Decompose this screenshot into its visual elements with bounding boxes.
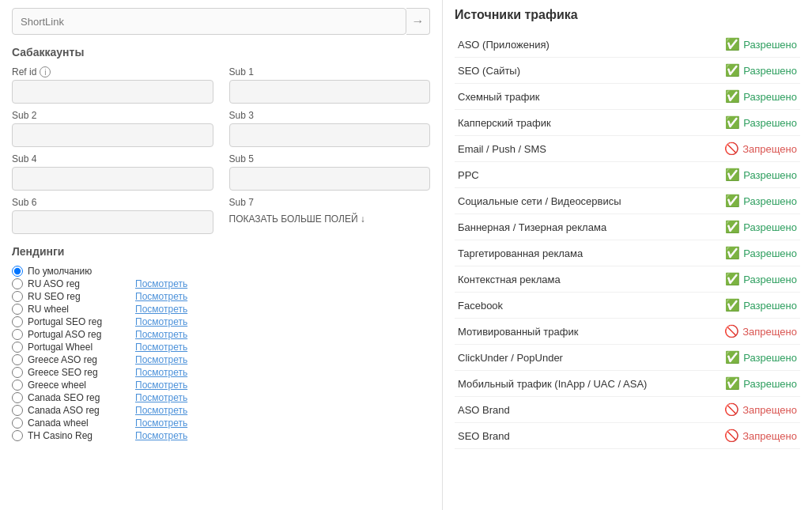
- traffic-source-status-3: ✅Разрешено: [701, 110, 800, 136]
- traffic-source-status-2: ✅Разрешено: [701, 84, 800, 110]
- landing-radio-4[interactable]: [12, 316, 23, 327]
- landing-view-link-8[interactable]: Посмотреть: [135, 367, 187, 378]
- landing-view-link-12[interactable]: Посмотреть: [135, 417, 187, 429]
- landing-radio-8[interactable]: [12, 367, 23, 378]
- subaccounts-section: Сабаккаунты Ref id i Sub 1: [12, 46, 430, 234]
- sub5-input[interactable]: [229, 167, 431, 191]
- traffic-source-status-11: 🚫Запрещено: [701, 319, 800, 345]
- sub4-input[interactable]: [12, 167, 213, 191]
- landing-radio-12[interactable]: [12, 417, 23, 429]
- shortlink-button[interactable]: →: [406, 8, 430, 35]
- landing-radio-7[interactable]: [12, 354, 23, 365]
- landing-name-10: Canada SEO reg: [28, 392, 130, 403]
- sub2-input[interactable]: [12, 123, 213, 147]
- landing-name-7: Greece ASO reg: [28, 354, 130, 365]
- list-item: Portugal SEO regПосмотреть: [12, 316, 430, 327]
- landing-view-link-13[interactable]: Посмотреть: [135, 430, 187, 441]
- field-ref-id: Ref id i: [12, 66, 213, 104]
- landing-view-link-1[interactable]: Посмотреть: [135, 278, 187, 289]
- allowed-icon: ✅: [725, 350, 740, 365]
- landing-view-link-7[interactable]: Посмотреть: [135, 354, 187, 365]
- allowed-icon: ✅: [725, 246, 740, 260]
- ref-id-label: Ref id: [12, 66, 36, 77]
- traffic-source-name-8: Таргетированная реклама: [455, 240, 701, 266]
- status-label: Разрешено: [743, 91, 797, 103]
- shortlink-input[interactable]: [12, 8, 406, 35]
- sub3-input[interactable]: [229, 123, 431, 147]
- forbidden-icon: 🚫: [724, 324, 739, 338]
- landing-view-link-2[interactable]: Посмотреть: [135, 291, 187, 302]
- landing-view-link-10[interactable]: Посмотреть: [135, 392, 187, 403]
- allowed-icon: ✅: [725, 220, 740, 234]
- traffic-source-name-12: ClickUnder / PopUnder: [455, 345, 701, 371]
- landing-radio-0[interactable]: [12, 266, 23, 277]
- landing-radio-13[interactable]: [12, 430, 23, 441]
- landing-name-2: RU SEO reg: [28, 291, 130, 302]
- show-more-link[interactable]: ПОКАЗАТЬ БОЛЬШЕ ПОЛЕЙ ↓: [229, 213, 431, 225]
- landing-name-8: Greece SEO reg: [28, 367, 130, 378]
- landing-radio-9[interactable]: [12, 380, 23, 391]
- landing-radio-11[interactable]: [12, 405, 23, 416]
- status-label: Разрешено: [743, 195, 797, 207]
- status-label: Разрешено: [743, 300, 797, 312]
- list-item: Greece ASO regПосмотреть: [12, 354, 430, 365]
- landing-radio-3[interactable]: [12, 304, 23, 315]
- allowed-icon: ✅: [725, 37, 740, 51]
- sub1-label: Sub 1: [229, 66, 254, 77]
- status-label: Разрешено: [743, 65, 797, 77]
- sub6-input[interactable]: [12, 210, 213, 234]
- table-row: SEO Brand🚫Запрещено: [455, 423, 800, 449]
- landing-view-link-6[interactable]: Посмотреть: [135, 342, 187, 353]
- landing-view-link-11[interactable]: Посмотреть: [135, 405, 187, 416]
- traffic-source-status-13: ✅Разрешено: [701, 371, 800, 397]
- subaccounts-grid: Ref id i Sub 1 Sub 2: [12, 66, 430, 234]
- traffic-source-name-5: PPC: [455, 162, 701, 188]
- traffic-source-status-5: ✅Разрешено: [701, 162, 800, 188]
- table-row: ClickUnder / PopUnder✅Разрешено: [455, 345, 800, 371]
- landing-radio-6[interactable]: [12, 342, 23, 353]
- status-label: Запрещено: [742, 143, 797, 155]
- field-sub4: Sub 4: [12, 153, 213, 191]
- list-item: RU ASO regПосмотреть: [12, 278, 430, 289]
- landing-view-link-5[interactable]: Посмотреть: [135, 329, 187, 340]
- landing-name-12: Canada wheel: [28, 417, 130, 429]
- allowed-icon: ✅: [725, 272, 740, 286]
- sub3-label: Sub 3: [229, 110, 254, 121]
- traffic-source-name-2: Схемный трафик: [455, 84, 701, 110]
- shortlink-row: →: [12, 8, 430, 35]
- traffic-source-name-10: Facebook: [455, 293, 701, 319]
- status-label: Запрещено: [742, 430, 797, 442]
- landing-radio-1[interactable]: [12, 278, 23, 289]
- table-row: Email / Push / SMS🚫Запрещено: [455, 136, 800, 162]
- landing-radio-5[interactable]: [12, 329, 23, 340]
- allowed-icon: ✅: [725, 115, 740, 130]
- traffic-sources-title: Источники трафика: [455, 8, 800, 22]
- traffic-source-status-15: 🚫Запрещено: [701, 423, 800, 449]
- ref-id-info-icon[interactable]: i: [40, 66, 51, 77]
- landing-radio-10[interactable]: [12, 392, 23, 403]
- list-item: Portugal ASO regПосмотреть: [12, 329, 430, 340]
- table-row: ASO Brand🚫Запрещено: [455, 397, 800, 423]
- traffic-source-name-14: ASO Brand: [455, 397, 701, 423]
- list-item: Portugal WheelПосмотреть: [12, 342, 430, 353]
- landing-name-3: RU wheel: [28, 304, 130, 315]
- traffic-source-status-12: ✅Разрешено: [701, 345, 800, 371]
- forbidden-icon: 🚫: [724, 429, 739, 443]
- landing-radio-2[interactable]: [12, 291, 23, 302]
- landing-view-link-9[interactable]: Посмотреть: [135, 380, 187, 391]
- sub5-label: Sub 5: [229, 153, 254, 164]
- field-sub1: Sub 1: [229, 66, 431, 104]
- landing-view-link-3[interactable]: Посмотреть: [135, 304, 187, 315]
- traffic-source-name-11: Мотивированный трафик: [455, 319, 701, 345]
- landings-title: Лендинги: [12, 245, 430, 258]
- traffic-source-name-3: Капперский трафик: [455, 110, 701, 136]
- status-label: Разрешено: [743, 39, 797, 51]
- status-label: Запрещено: [742, 404, 797, 416]
- arrow-icon: →: [412, 14, 425, 28]
- list-item: RU SEO regПосмотреть: [12, 291, 430, 302]
- landing-view-link-4[interactable]: Посмотреть: [135, 316, 187, 327]
- ref-id-input[interactable]: [12, 80, 213, 104]
- list-item: Greece wheelПосмотреть: [12, 380, 430, 391]
- sub1-input[interactable]: [229, 80, 431, 104]
- table-row: Социальные сети / Видеосервисы✅Разрешено: [455, 188, 800, 214]
